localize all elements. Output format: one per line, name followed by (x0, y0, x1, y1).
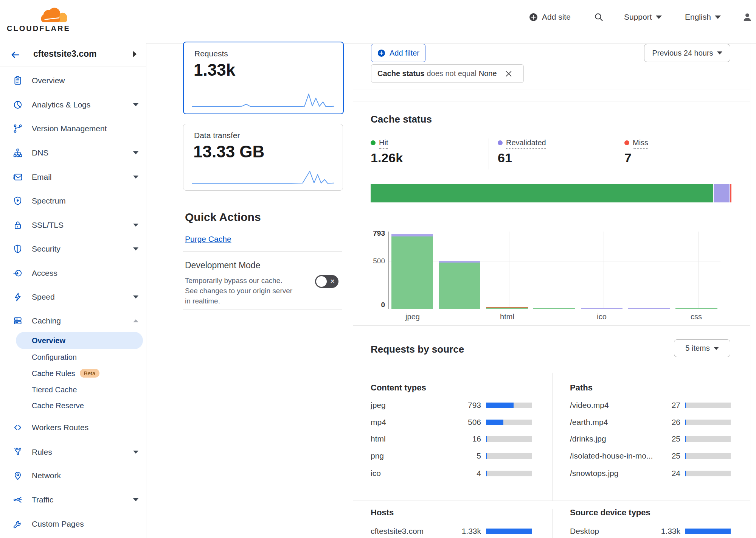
add-site-button[interactable]: Add site (529, 0, 571, 34)
submenu-item-overview: Overview (32, 332, 65, 349)
divider (183, 309, 342, 310)
sidebar-item-label: Workers Routes (32, 419, 88, 436)
cache-status-stacked-bar (371, 184, 731, 202)
submenu-active-pill[interactable]: Overview (16, 332, 143, 349)
add-site-label: Add site (542, 12, 571, 22)
x-tick-jpeg: jpeg (396, 313, 430, 321)
requests-card[interactable]: Requests 1.33k (183, 42, 344, 114)
chevron-down-icon (133, 176, 138, 179)
sidebar-item-spectrum[interactable]: Spectrum (0, 193, 146, 209)
add-filter-button[interactable]: Add filter (371, 44, 425, 62)
sidebar-item-overview[interactable]: Overview (0, 72, 146, 89)
back-arrow-icon[interactable] (10, 50, 20, 60)
paths-header: Paths (570, 383, 593, 393)
table-row: /earth.mp4 26 (570, 417, 731, 428)
hosts-header: Hosts (371, 508, 394, 518)
items-count-label: 5 items (685, 344, 709, 353)
submenu-item-label: Cache Reserve (32, 401, 84, 410)
chevron-down-icon (133, 295, 138, 299)
remove-filter-icon[interactable] (505, 70, 513, 78)
table-row: jpeg 793 (371, 400, 532, 411)
time-range-selector[interactable]: Previous 24 hours (644, 44, 730, 62)
logo-wordmark: CLOUDFLARE (7, 24, 70, 33)
dev-mode-toggle[interactable]: ✕ (315, 275, 338, 288)
account-button[interactable] (742, 0, 753, 34)
legend-hit[interactable]: Hit (371, 138, 388, 147)
row-value: 27 (654, 401, 680, 410)
row-value: 793 (455, 401, 481, 410)
funnel-icon (13, 447, 23, 457)
site-expander-icon[interactable] (133, 51, 137, 57)
filter-operator: does not equal (427, 69, 477, 78)
miss-dot-icon (624, 140, 629, 145)
legend-miss[interactable]: Miss (624, 138, 648, 147)
submenu-item-configuration[interactable]: Configuration (32, 350, 141, 364)
divider (353, 325, 750, 326)
bar-jpeg (391, 234, 433, 309)
sidebar-item-traffic[interactable]: Traffic (0, 491, 146, 508)
site-title: cftestsite3.com (33, 49, 96, 59)
toggle-off-x-icon: ✕ (330, 275, 335, 288)
sidebar-item-label: Analytics & Logs (32, 96, 90, 113)
row-bar (486, 471, 532, 476)
sidebar-item-label: Network (32, 467, 61, 484)
sidebar-item-version-management[interactable]: Version Management (0, 120, 146, 137)
data-transfer-card[interactable]: Data transfer 13.33 GB (183, 124, 343, 191)
sidebar-item-speed[interactable]: Speed (0, 289, 146, 305)
items-count-selector[interactable]: 5 items (674, 339, 730, 357)
filter-field: Cache status (377, 69, 425, 78)
row-value: 25 (654, 451, 680, 460)
chevron-down-icon (133, 451, 138, 454)
submenu-item-tiered-cache[interactable]: Tiered Cache (32, 383, 141, 397)
submenu-item-label: Cache Rules (32, 369, 75, 378)
chevron-down-icon (717, 51, 722, 54)
sidebar-item-analytics[interactable]: Analytics & Logs (0, 96, 146, 113)
bar-css (675, 308, 717, 309)
table-row: png 5 (371, 451, 532, 462)
sidebar-item-label: Access (32, 265, 57, 281)
search-button[interactable] (594, 0, 604, 34)
row-value: 24 (654, 469, 680, 478)
row-label: cftestsite3.com (371, 527, 424, 536)
row-bar (685, 403, 731, 408)
access-arrow-icon (13, 268, 23, 278)
hit-value: 1.26k (371, 151, 403, 165)
row-bar (685, 436, 731, 442)
support-menu[interactable]: Support (624, 0, 662, 34)
sidebar-item-workers-routes[interactable]: Workers Routes (0, 419, 146, 436)
map-pin-icon (13, 471, 23, 480)
sidebar-item-security[interactable]: Security (0, 241, 146, 257)
user-icon (742, 12, 753, 22)
y-tick-0: 0 (352, 301, 385, 309)
sidebar-item-rules[interactable]: Rules (0, 444, 146, 460)
app-header: CLOUDFLARE Add site Support English (0, 0, 756, 43)
row-bar (685, 420, 731, 425)
sidebar-item-caching[interactable]: Caching (0, 313, 146, 329)
legend-revalidated[interactable]: Revalidated (498, 138, 546, 147)
sidebar-item-ssl-tls[interactable]: SSL/TLS (0, 217, 146, 233)
sidebar-item-custom-pages[interactable]: Custom Pages (0, 516, 146, 532)
stacked-segment-miss (730, 184, 731, 202)
language-menu[interactable]: English (685, 0, 721, 34)
chevron-down-icon (656, 16, 662, 19)
purge-cache-link[interactable]: Purge Cache (185, 235, 231, 244)
sidebar-item-label: DNS (32, 145, 48, 161)
row-value: 1.33k (455, 527, 481, 536)
bar-slot3 (533, 308, 575, 309)
sidebar-item-dns[interactable]: DNS (0, 145, 146, 161)
y-tick-793: 793 (352, 229, 385, 238)
cloudflare-logo[interactable]: CLOUDFLARE (6, 2, 70, 34)
submenu-item-cache-reserve[interactable]: Cache Reserve (32, 399, 141, 412)
filter-value: None (479, 69, 497, 78)
sidebar-item-access[interactable]: Access (0, 265, 146, 281)
sidebar-item-email[interactable]: Email (0, 169, 146, 185)
code-brackets-icon (13, 423, 23, 432)
chevron-down-icon (133, 224, 138, 227)
table-column-divider (552, 373, 553, 501)
bar-slot1 (439, 261, 480, 309)
divider (353, 101, 750, 101)
chevron-down-icon (133, 498, 138, 501)
submenu-item-cache-rules[interactable]: Cache RulesBeta (32, 367, 141, 380)
table-row: ico 4 (371, 468, 532, 479)
sidebar-item-network[interactable]: Network (0, 467, 146, 484)
